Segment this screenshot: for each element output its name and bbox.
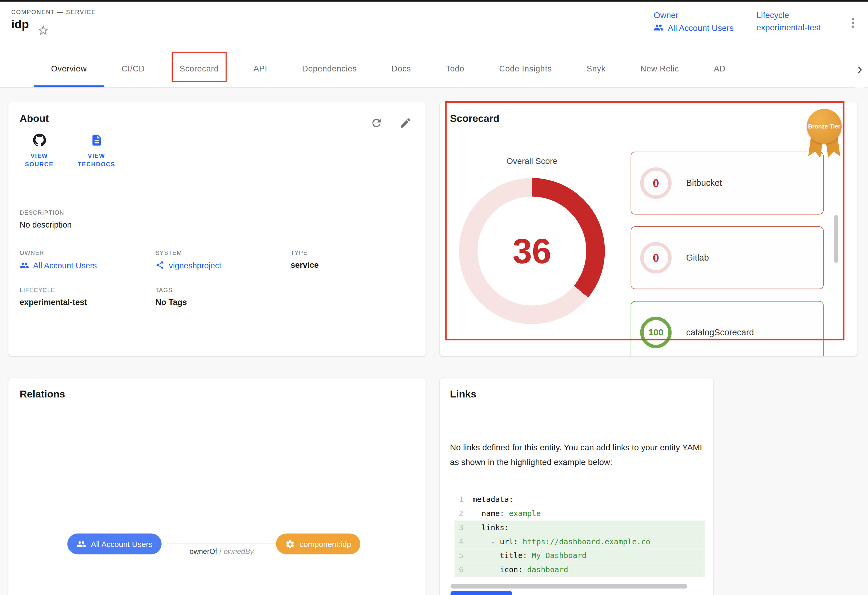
relation-node-component[interactable]: component:idp — [276, 533, 360, 554]
code-line-highlighted: 6 icon: dashboard — [455, 562, 705, 577]
type-field-label: TYPE — [291, 249, 308, 256]
code-line: 2 name: example — [455, 506, 705, 521]
score-name: Gitlab — [686, 253, 709, 263]
tab-ad[interactable]: AD — [697, 50, 743, 87]
code-value: https://dashboard.example.co — [523, 535, 650, 549]
code-text: name: — [472, 506, 509, 521]
relations-card: Relations ownerOf/ownedBy All Account Us… — [8, 378, 426, 595]
code-line-highlighted: 5 title: My Dashboard — [455, 549, 705, 563]
tabs-scroll-right-icon[interactable]: › — [855, 50, 865, 88]
more-options-icon[interactable] — [846, 16, 860, 30]
score-ring: 0 — [640, 167, 672, 199]
overall-score-value: 36 — [512, 231, 551, 271]
tab-cicd[interactable]: CI/CD — [104, 50, 162, 87]
code-text: links: — [472, 521, 509, 535]
relation-node-owner-label: All Account Users — [91, 539, 152, 548]
tab-label: Docs — [392, 64, 411, 73]
tab-label: Dependencies — [302, 64, 357, 73]
view-source-label: VIEW SOURCE — [19, 152, 59, 169]
tab-new-relic[interactable]: New Relic — [623, 50, 697, 87]
links-empty-text: No links defined for this entity. You ca… — [450, 440, 705, 469]
tab-label: API — [254, 64, 267, 73]
code-text: - url: — [472, 535, 523, 549]
overall-score-donut: 36 — [459, 178, 605, 324]
docs-icon — [90, 133, 103, 147]
tab-overview[interactable]: Overview — [34, 50, 104, 87]
code-value: My Dashboard — [532, 549, 586, 563]
score-name: Bitbucket — [686, 178, 722, 188]
view-techdocs-label: VIEW TECHDOCS — [72, 152, 121, 169]
code-line: 1metadata: — [455, 493, 705, 507]
tab-label: Todo — [446, 64, 464, 73]
lifecycle-field-label: LIFECYCLE — [19, 286, 55, 293]
tab-label: New Relic — [640, 64, 679, 73]
type-field-value: service — [291, 260, 319, 269]
view-techdocs-button[interactable]: VIEW TECHDOCS — [72, 133, 121, 169]
overall-score-label: Overall Score — [459, 156, 605, 166]
relation-node-component-label: component:idp — [300, 539, 351, 548]
owner-value: All Account Users — [668, 23, 734, 33]
score-value: 100 — [648, 327, 663, 338]
tab-api[interactable]: API — [236, 50, 285, 87]
group-icon — [654, 22, 664, 33]
view-source-button[interactable]: VIEW SOURCE — [19, 133, 59, 169]
relations-title: Relations — [19, 389, 65, 401]
score-value: 0 — [652, 176, 659, 189]
system-field-value: vigneshproject — [169, 261, 221, 270]
about-card: About VIEW SOURCE VIEW TECHDOCS — [8, 102, 426, 356]
group-icon — [76, 539, 86, 549]
links-card: Links No links defined for this entity. … — [440, 378, 713, 595]
system-field-label: SYSTEM — [155, 249, 182, 256]
tab-code-insights[interactable]: Code Insights — [482, 50, 569, 87]
header-lifecycle: Lifecycle experimental-test — [756, 10, 821, 32]
owner-label: Owner — [654, 10, 734, 20]
scorecard-item-gitlab[interactable]: 0 Gitlab — [631, 226, 824, 289]
owner-field-label: OWNER — [19, 249, 44, 256]
line-number: 5 — [455, 549, 464, 563]
github-icon — [33, 133, 46, 147]
description-value: No description — [19, 220, 71, 229]
scorecard-scrollbar[interactable] — [834, 215, 838, 263]
page-title: idp — [11, 18, 29, 31]
favorite-star-icon[interactable] — [37, 24, 49, 36]
score-name: catalogScorecard — [686, 327, 754, 338]
lifecycle-field-value: experimental-test — [19, 298, 87, 306]
edge-label-secondary: ownedBy — [224, 547, 254, 555]
edge-label-primary: ownerOf — [190, 547, 217, 555]
scorecard-list: 0 Bitbucket 0 Gitlab 100 catalogScorecar… — [631, 152, 824, 356]
refresh-icon[interactable] — [371, 117, 383, 129]
tab-docs[interactable]: Docs — [374, 50, 429, 87]
about-title: About — [19, 113, 49, 124]
tab-label: CI/CD — [121, 64, 145, 73]
tab-dependencies[interactable]: Dependencies — [285, 50, 374, 87]
line-number: 1 — [455, 493, 464, 507]
line-number: 6 — [455, 562, 464, 577]
scorecard-item-catalogscorecard[interactable]: 100 catalogScorecard — [631, 301, 824, 356]
score-value: 0 — [652, 251, 659, 264]
scorecard-item-bitbucket[interactable]: 0 Bitbucket — [631, 152, 824, 215]
code-text: title: — [472, 549, 532, 563]
description-label: DESCRIPTION — [19, 209, 64, 216]
action-button-partial[interactable] — [450, 591, 512, 595]
tab-label: Snyk — [587, 64, 605, 73]
line-number: 4 — [455, 535, 464, 549]
tab-scorecard[interactable]: Scorecard — [162, 50, 236, 87]
page: COMPONENT — SERVICE idp Owner All Accoun… — [0, 0, 868, 595]
system-field-link[interactable]: vigneshproject — [155, 260, 221, 270]
tab-snyk[interactable]: Snyk — [569, 50, 623, 87]
tab-todo[interactable]: Todo — [428, 50, 482, 87]
edit-icon[interactable] — [400, 117, 412, 129]
line-number: 2 — [455, 506, 464, 521]
tab-label: Scorecard — [180, 64, 218, 73]
breadcrumb: COMPONENT — SERVICE — [11, 8, 96, 15]
score-ring: 100 — [640, 317, 672, 348]
code-text: metadata: — [472, 493, 514, 507]
scorecard-title: Scorecard — [450, 113, 499, 124]
relation-edge — [167, 544, 276, 544]
code-horizontal-scrollbar[interactable] — [450, 584, 687, 589]
code-text: icon: — [472, 562, 527, 577]
relation-node-owner[interactable]: All Account Users — [67, 533, 161, 554]
owner-link[interactable]: All Account Users — [654, 22, 734, 33]
owner-field-link[interactable]: All Account Users — [19, 260, 97, 270]
lifecycle-value: experimental-test — [756, 22, 821, 32]
